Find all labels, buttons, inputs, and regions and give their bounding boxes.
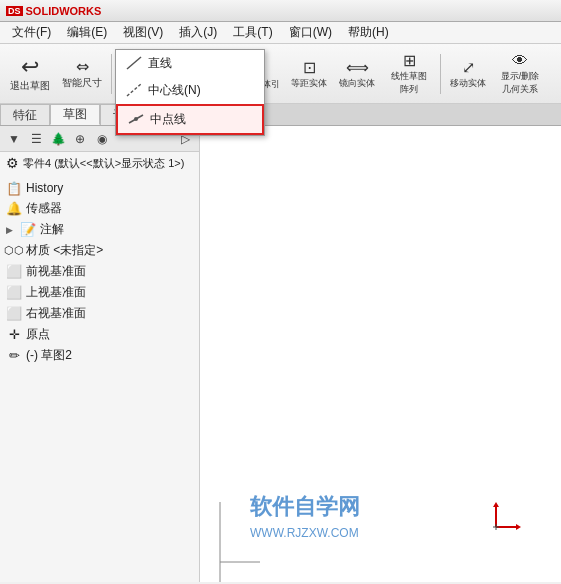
svg-marker-8 (516, 524, 521, 530)
app-logo: DS SOLIDWORKS (6, 5, 101, 17)
filter-button[interactable]: ▼ (4, 129, 24, 149)
smart-dim-label: 智能尺寸 (62, 77, 102, 89)
feature-tree: 📋 History 🔔 传感器 ▶ 📝 注解 ⬡⬡ 材质 <未指定> ⬜ 前视基… (0, 174, 199, 582)
tree-label-front-plane: 前视基准面 (26, 263, 86, 280)
watermark-text: 软件自学网 (250, 492, 360, 522)
tree-item-top-plane[interactable]: ⬜ 上视基准面 (0, 282, 199, 303)
origin-icon: ✛ (6, 327, 22, 343)
menu-insert[interactable]: 插入(J) (171, 22, 225, 43)
coordinate-axes-svg (471, 502, 521, 552)
history-icon: 📋 (6, 180, 22, 196)
tree-label-sensor: 传感器 (26, 200, 62, 217)
menu-view[interactable]: 视图(V) (115, 22, 171, 43)
title-bar: DS SOLIDWORKS (0, 0, 561, 22)
exit-sketch-icon: ↩ (21, 56, 39, 78)
sketch2-icon: ✏ (6, 348, 22, 364)
tree-item-material[interactable]: ⬡⬡ 材质 <未指定> (0, 240, 199, 261)
sketch-tools-group: ╱ 直线 ▾ 直线 中心线(N) (115, 47, 166, 101)
tree-item-right-plane[interactable]: ⬜ 右视基准面 (0, 303, 199, 324)
canvas-area: 软件自学网 WWW.RJZXW.COM (200, 126, 561, 582)
svg-line-1 (127, 57, 141, 69)
panel-tool-circle[interactable]: ◉ (92, 129, 112, 149)
menu-tools[interactable]: 工具(T) (225, 22, 280, 43)
tab-sketch[interactable]: 草图 (50, 104, 100, 125)
dropdown-label-midpoint: 中点线 (150, 111, 186, 128)
pattern-label: 线性草图阵列 (387, 70, 431, 96)
pattern-button[interactable]: ⊞ 线性草图阵列 (381, 48, 437, 100)
tree-item-history[interactable]: 📋 History (0, 178, 199, 198)
tree-label-sketch2: (-) 草图2 (26, 347, 72, 364)
tree-label-right-plane: 右视基准面 (26, 305, 86, 322)
component-icon: ⚙ (6, 155, 19, 171)
show-geom-button[interactable]: 👁 显示/删除几何关系 (492, 48, 548, 100)
dropdown-item-midpoint-line[interactable]: 中点线 (116, 104, 264, 135)
top-plane-icon: ⬜ (6, 285, 22, 301)
exit-sketch-label: 退出草图 (10, 80, 50, 92)
tab-feature[interactable]: 特征 (0, 104, 50, 125)
svg-point-4 (134, 117, 138, 121)
left-panel: ▼ ☰ 🌲 ⊕ ◉ ▷ ⚙ 零件4 (默认<<默认>显示状态 1>) 📋 His… (0, 126, 200, 582)
watermark-url: WWW.RJZXW.COM (250, 526, 359, 540)
pattern-icon: ⊞ (403, 51, 416, 70)
toolbar-separator-1 (111, 54, 112, 94)
ds-badge: DS (6, 6, 23, 16)
main-area: ▼ ☰ 🌲 ⊕ ◉ ▷ ⚙ 零件4 (默认<<默认>显示状态 1>) 📋 His… (0, 126, 561, 582)
midpoint-line-menu-icon (128, 111, 144, 127)
annotation-arrow: ▶ (6, 225, 16, 235)
tab-row: 特征 草图 评估 DimXpert (0, 104, 561, 126)
tree-item-sketch2[interactable]: ✏ (-) 草图2 (0, 345, 199, 366)
tree-label-origin: 原点 (26, 326, 50, 343)
menu-window[interactable]: 窗口(W) (281, 22, 340, 43)
svg-line-2 (127, 84, 141, 96)
move-button[interactable]: ⤢ 移动实体 (444, 48, 492, 100)
move-label: 移动实体 (450, 77, 486, 90)
offset-label: 等距实体 (291, 77, 327, 90)
component-header: ⚙ 零件4 (默认<<默认>显示状态 1>) (0, 152, 199, 174)
show-geom-icon: 👁 (512, 52, 528, 70)
tree-item-origin[interactable]: ✛ 原点 (0, 324, 199, 345)
line-menu-icon (126, 55, 142, 71)
svg-marker-10 (493, 502, 499, 507)
sensor-icon: 🔔 (6, 201, 22, 217)
tree-item-sensor[interactable]: 🔔 传感器 (0, 198, 199, 219)
menu-edit[interactable]: 编辑(E) (59, 22, 115, 43)
tree-label-material: 材质 <未指定> (26, 242, 103, 259)
line-dropdown-menu: 直线 中心线(N) 中点线 (115, 49, 265, 136)
mirror-label: 镜向实体 (339, 77, 375, 90)
dropdown-item-centerline[interactable]: 中心线(N) (116, 77, 264, 104)
main-toolbar: ↩ 退出草图 ⇔ 智能尺寸 ╱ 直线 ▾ (0, 44, 561, 104)
tree-item-annotation[interactable]: ▶ 📝 注解 (0, 219, 199, 240)
sketch-lines-svg (200, 502, 260, 582)
move-icon: ⤢ (462, 58, 475, 77)
dropdown-label-line: 直线 (148, 55, 172, 72)
mirror-button[interactable]: ⟺ 镜向实体 (333, 48, 381, 100)
component-title: 零件4 (默认<<默认>显示状态 1>) (23, 156, 184, 171)
panel-tool-list[interactable]: ☰ (26, 129, 46, 149)
tree-label-top-plane: 上视基准面 (26, 284, 86, 301)
menu-bar: 文件(F) 编辑(E) 视图(V) 插入(J) 工具(T) 窗口(W) 帮助(H… (0, 22, 561, 44)
exit-sketch-button[interactable]: ↩ 退出草图 (4, 48, 56, 100)
show-geom-label: 显示/删除几何关系 (498, 70, 542, 96)
tree-label-history: History (26, 181, 63, 195)
centerline-menu-icon (126, 82, 142, 98)
toolbar-separator-3 (440, 54, 441, 94)
right-plane-icon: ⬜ (6, 306, 22, 322)
panel-tool-tree[interactable]: 🌲 (48, 129, 68, 149)
menu-file[interactable]: 文件(F) (4, 22, 59, 43)
smart-dim-button[interactable]: ⇔ 智能尺寸 (56, 48, 108, 100)
dropdown-item-line[interactable]: 直线 (116, 50, 264, 77)
menu-help[interactable]: 帮助(H) (340, 22, 397, 43)
offset-icon: ⊡ (303, 58, 316, 77)
solidworks-text: SOLIDWORKS (26, 5, 102, 17)
material-icon: ⬡⬡ (6, 243, 22, 259)
dropdown-label-centerline: 中心线(N) (148, 82, 201, 99)
smart-dim-icon: ⇔ (76, 59, 89, 75)
mirror-icon: ⟺ (346, 58, 369, 77)
annotation-icon: 📝 (20, 222, 36, 238)
panel-tool-cross[interactable]: ⊕ (70, 129, 90, 149)
front-plane-icon: ⬜ (6, 264, 22, 280)
tree-item-front-plane[interactable]: ⬜ 前视基准面 (0, 261, 199, 282)
tree-label-annotation: 注解 (40, 221, 64, 238)
offset-entity-button[interactable]: ⊡ 等距实体 (285, 48, 333, 100)
